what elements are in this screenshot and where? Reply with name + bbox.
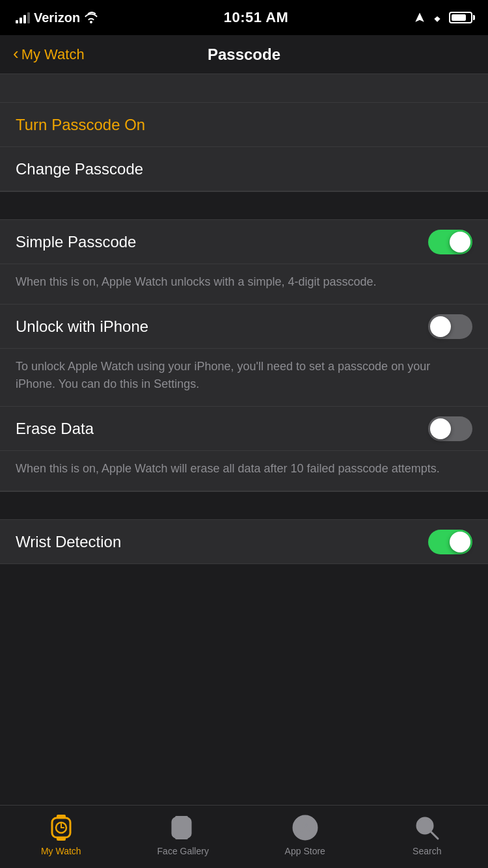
- nav-bar: ‹ My Watch Passcode: [0, 35, 488, 74]
- wrist-detection-knob: [450, 532, 470, 552]
- wrist-detection-toggle[interactable]: [428, 530, 472, 554]
- location-icon: [414, 12, 426, 23]
- status-right: [414, 11, 472, 24]
- svg-rect-9: [176, 822, 187, 833]
- unlock-with-iphone-label: Unlock with iPhone: [16, 318, 148, 336]
- tab-search[interactable]: Search: [366, 813, 489, 856]
- unlock-with-iphone-description: To unlock Apple Watch using your iPhone,…: [0, 349, 488, 407]
- back-button[interactable]: ‹ My Watch: [13, 45, 85, 64]
- svg-rect-8: [175, 836, 188, 839]
- back-label: My Watch: [21, 46, 85, 63]
- bluetooth-icon: [432, 11, 442, 24]
- signal-bars: [16, 12, 30, 23]
- battery: [449, 12, 472, 23]
- unlock-with-iphone-toggle[interactable]: [428, 314, 472, 339]
- tab-my-watch[interactable]: My Watch: [0, 813, 122, 856]
- change-passcode-label: Change Passcode: [16, 160, 143, 178]
- app-store-tab-label: App Store: [285, 846, 325, 856]
- section-gap-1: [0, 191, 488, 220]
- svg-text:A: A: [300, 819, 310, 835]
- unlock-with-iphone-row[interactable]: Unlock with iPhone: [0, 305, 488, 349]
- app-store-icon: A: [291, 813, 319, 842]
- my-watch-tab-label: My Watch: [41, 846, 81, 856]
- change-passcode-row[interactable]: Change Passcode: [0, 147, 488, 191]
- section-spacer-top: [0, 74, 488, 103]
- page-title: Passcode: [208, 46, 280, 64]
- status-bar: Verizon 10:51 AM: [0, 0, 488, 35]
- tab-face-gallery[interactable]: Face Gallery: [122, 813, 245, 856]
- status-time: 10:51 AM: [224, 9, 289, 26]
- face-gallery-icon: [169, 813, 197, 842]
- passcode-section-1: Turn Passcode On Change Passcode: [0, 103, 488, 191]
- carrier-label: Verizon: [34, 10, 80, 25]
- chevron-left-icon: ‹: [13, 44, 19, 64]
- erase-data-row[interactable]: Erase Data: [0, 407, 488, 451]
- tab-app-store[interactable]: A App Store: [244, 813, 366, 856]
- turn-passcode-on-label: Turn Passcode On: [16, 116, 145, 134]
- passcode-section-2: Simple Passcode When this is on, Apple W…: [0, 220, 488, 491]
- simple-passcode-description: When this is on, Apple Watch unlocks wit…: [0, 264, 488, 305]
- wrist-detection-label: Wrist Detection: [16, 533, 121, 551]
- turn-passcode-on-row[interactable]: Turn Passcode On: [0, 103, 488, 147]
- section-gap-2: [0, 491, 488, 520]
- status-left: Verizon: [16, 10, 98, 25]
- svg-rect-7: [175, 816, 188, 819]
- erase-data-knob: [430, 418, 451, 439]
- simple-passcode-toggle[interactable]: [428, 230, 472, 254]
- face-gallery-tab-label: Face Gallery: [157, 846, 209, 856]
- unlock-with-iphone-knob: [430, 316, 451, 337]
- svg-line-13: [431, 832, 438, 839]
- search-icon: [413, 813, 441, 842]
- simple-passcode-row[interactable]: Simple Passcode: [0, 220, 488, 264]
- wifi-icon: [84, 12, 98, 23]
- erase-data-label: Erase Data: [16, 420, 94, 438]
- erase-data-description: When this is on, Apple Watch will erase …: [0, 451, 488, 491]
- tab-bar: My Watch Face Gallery A App Store: [0, 805, 488, 868]
- erase-data-toggle[interactable]: [428, 416, 472, 441]
- wrist-detection-section: Wrist Detection: [0, 520, 488, 564]
- my-watch-icon: [47, 813, 75, 842]
- simple-passcode-knob: [450, 232, 470, 252]
- simple-passcode-label: Simple Passcode: [16, 233, 136, 251]
- wrist-detection-row[interactable]: Wrist Detection: [0, 520, 488, 564]
- search-tab-label: Search: [413, 846, 441, 856]
